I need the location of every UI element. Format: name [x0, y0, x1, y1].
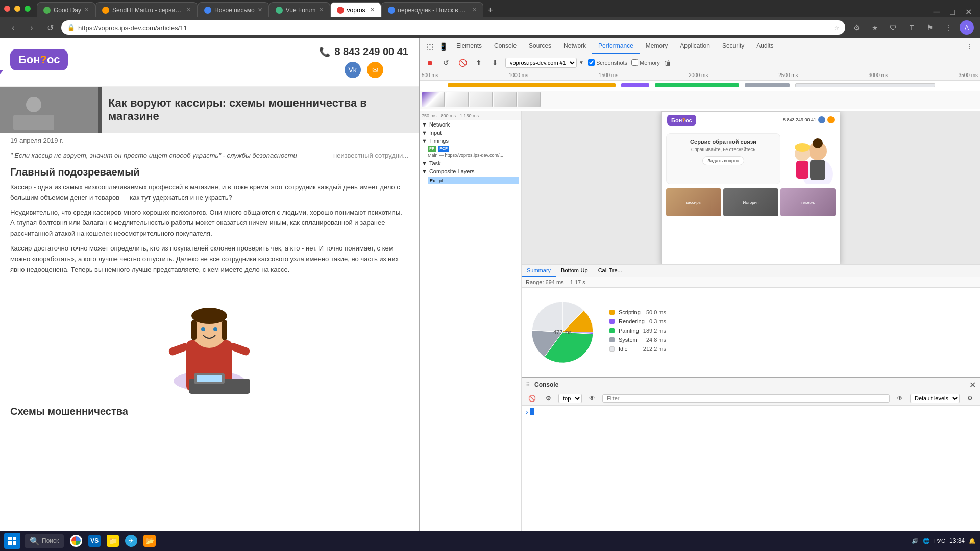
svg-point-19: [813, 138, 823, 148]
memory-checkbox[interactable]: Memory: [631, 59, 660, 66]
console-context-select[interactable]: top: [558, 394, 582, 403]
upload-btn[interactable]: ⬆: [473, 57, 485, 69]
close-btn[interactable]: ✕: [961, 7, 976, 17]
tab-network[interactable]: Network: [557, 39, 592, 54]
article-paragraph-3: Кассир достаточно точно может определить…: [10, 243, 408, 275]
screenshot-thumb-1[interactable]: [422, 92, 445, 107]
console-filter-input[interactable]: [602, 394, 890, 403]
tab-2[interactable]: SendHTMail.ru - сервис для отп... ✕: [95, 2, 198, 17]
minimize-btn[interactable]: ─: [929, 7, 944, 17]
tab-5-close[interactable]: ✕: [370, 7, 375, 13]
tab-audits[interactable]: Audits: [750, 39, 779, 54]
record-btn[interactable]: ⏺: [424, 57, 436, 69]
console-label: Console: [534, 381, 558, 388]
profile-avatar[interactable]: A: [960, 20, 974, 35]
screenshots-check[interactable]: [588, 59, 595, 66]
window-max-btn[interactable]: [24, 6, 31, 12]
idle-label: Idle: [619, 346, 639, 352]
taskbar-telegram-icon[interactable]: ✈: [123, 533, 139, 549]
new-tab-button[interactable]: +: [483, 3, 498, 17]
console-eye-btn[interactable]: 👁: [586, 392, 598, 405]
screenshot-thumb-5[interactable]: [518, 92, 541, 107]
url-bar[interactable]: 🔒 https://vopros.ips-dev.com/articles/11…: [61, 20, 845, 35]
timings-section-header[interactable]: ▼ Timings: [420, 137, 521, 145]
console-sub-toolbar: 🚫 ⚙ top 👁 👁 Default levels ⚙: [522, 392, 980, 406]
summary-tab-bottomup[interactable]: Bottom-Up: [556, 265, 593, 277]
menu-icon[interactable]: ⋮: [941, 20, 955, 35]
svg-rect-26: [13, 541, 16, 545]
tab-1[interactable]: Good Day ✕: [37, 2, 95, 17]
tab-sources[interactable]: Sources: [523, 39, 557, 54]
screenshot-thumb-4[interactable]: [494, 92, 517, 107]
vk-button[interactable]: Vk: [345, 62, 361, 78]
legend-scripting: Scripting 50.0 ms: [609, 309, 666, 315]
taskbar-search[interactable]: 🔍 Поиск: [24, 534, 64, 548]
composite-section-header[interactable]: ▼ Composite Layers: [420, 167, 521, 176]
notification-icon[interactable]: 🔔: [969, 538, 976, 544]
mini-ruler-1150: 1 150 ms: [460, 113, 479, 118]
restore-btn[interactable]: □: [946, 8, 959, 17]
screenshot-thumb-2[interactable]: [446, 92, 469, 107]
bookmark-icon[interactable]: ★: [868, 20, 882, 35]
clear-btn[interactable]: 🚫: [456, 57, 469, 69]
screenshot-large-preview[interactable]: Бон?ос 8 843 249 00 41: [522, 111, 980, 265]
reload-button[interactable]: ↺: [43, 20, 57, 35]
translate-icon[interactable]: T: [904, 20, 919, 35]
tab-elements[interactable]: Elements: [450, 39, 488, 54]
mail-button[interactable]: ✉: [367, 62, 383, 78]
window-close-btn[interactable]: [4, 6, 10, 12]
console-close-btn[interactable]: ✕: [969, 380, 976, 390]
taskbar-vscode-icon[interactable]: VS: [86, 533, 103, 549]
tab-memory[interactable]: Memory: [640, 39, 674, 54]
tab-2-close[interactable]: ✕: [186, 7, 191, 13]
screenshot-thumb-3[interactable]: [470, 92, 493, 107]
tab-4[interactable]: Vue Forum ✕: [269, 2, 330, 17]
start-button[interactable]: [4, 533, 20, 549]
summary-tab-calltree[interactable]: Call Tre...: [593, 265, 627, 277]
task-section-header[interactable]: ▼ Task: [420, 159, 521, 167]
reload-record-btn[interactable]: ↺: [440, 57, 452, 69]
screenshots-checkbox[interactable]: Screenshots: [588, 59, 627, 66]
console-settings-btn[interactable]: ⚙: [542, 392, 554, 405]
memory-check[interactable]: [631, 59, 638, 66]
instance-select[interactable]: vopros.ips-dev.com #1: [505, 58, 577, 68]
summary-tab-summary[interactable]: Summary: [522, 265, 556, 277]
tab-1-close[interactable]: ✕: [84, 7, 89, 13]
tab-5[interactable]: vopros ✕: [330, 2, 381, 17]
devtools-inspect-btn[interactable]: ⬚: [424, 40, 436, 53]
console-prompt[interactable]: ›: [526, 408, 976, 416]
network-section-header[interactable]: ▼ Network: [420, 120, 521, 129]
tab-6[interactable]: переводчик - Поиск в Google ✕: [381, 2, 483, 17]
tab-performance[interactable]: Performance: [592, 39, 640, 54]
delete-recordings-btn[interactable]: 🗑: [664, 59, 671, 67]
download-btn[interactable]: ⬇: [489, 57, 501, 69]
console-levels-select[interactable]: Default levels: [910, 394, 960, 403]
taskbar-files-icon[interactable]: 📁: [105, 533, 121, 549]
window-min-btn[interactable]: [14, 6, 20, 12]
phone-area: 📞 8 843 249 00 41 Vk ✉: [319, 46, 408, 78]
timeline-overview[interactable]: [420, 81, 980, 111]
tab-3-close[interactable]: ✕: [258, 7, 262, 13]
network-icon[interactable]: 🌐: [923, 538, 930, 544]
tab-application[interactable]: Application: [674, 39, 716, 54]
taskbar-chrome-icon[interactable]: [68, 533, 84, 549]
mini-ask-btn[interactable]: Задать вопрос: [702, 156, 745, 165]
console-filter-eye-btn[interactable]: 👁: [894, 392, 906, 405]
devtools-more-btn[interactable]: ⋮: [964, 40, 976, 53]
tab-4-close[interactable]: ✕: [319, 7, 324, 13]
extensions-icon[interactable]: ⚙: [849, 20, 864, 35]
input-section-header[interactable]: ▼ Input: [420, 129, 521, 137]
taskbar-folder-icon[interactable]: 📂: [141, 533, 158, 549]
devtools-device-btn[interactable]: 📱: [437, 40, 449, 53]
tab-console[interactable]: Console: [488, 39, 523, 54]
shield-icon[interactable]: 🛡: [886, 20, 900, 35]
back-button[interactable]: ‹: [6, 20, 20, 35]
console-gear-btn[interactable]: ⚙: [964, 392, 976, 405]
forward-button[interactable]: ›: [24, 20, 39, 35]
tab-security[interactable]: Security: [716, 39, 750, 54]
flag-icon[interactable]: ⚑: [923, 20, 937, 35]
tab-6-close[interactable]: ✕: [472, 7, 477, 13]
console-clear-btn[interactable]: 🚫: [526, 392, 538, 405]
volume-icon[interactable]: 🔊: [912, 538, 919, 544]
tab-3[interactable]: Новое письмо ✕: [198, 2, 269, 17]
